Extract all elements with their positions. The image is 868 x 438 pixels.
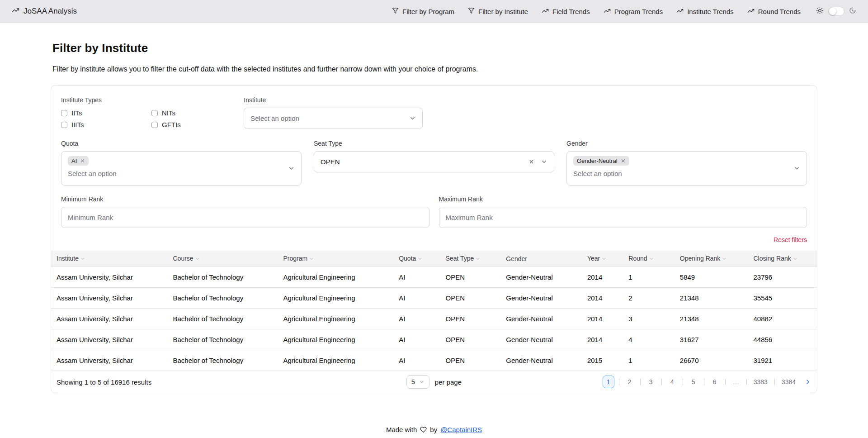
cell-year: 2014 bbox=[582, 309, 623, 329]
gender-multiselect[interactable]: Gender-Neutral Select an option bbox=[566, 151, 807, 186]
maximum-rank-input[interactable] bbox=[439, 207, 807, 228]
column-header-gender[interactable]: Gender bbox=[500, 251, 582, 267]
institute-group: Institute Select an option bbox=[244, 96, 423, 129]
nav-item-filter-by-program[interactable]: Filter by Program bbox=[392, 7, 454, 15]
heart-icon bbox=[420, 426, 427, 433]
seat-type-label: Seat Type bbox=[314, 140, 554, 147]
checkbox-box[interactable] bbox=[61, 122, 67, 128]
trend-icon bbox=[604, 7, 611, 16]
filter-icon bbox=[392, 7, 399, 15]
nav-item-field-trends[interactable]: Field Trends bbox=[542, 7, 590, 16]
seat-type-select[interactable]: OPEN bbox=[314, 151, 554, 172]
page-separator bbox=[704, 379, 704, 385]
page-button-1[interactable]: 1 bbox=[603, 376, 614, 388]
cell-opening-rank: 31627 bbox=[675, 329, 748, 350]
remove-tag-icon[interactable] bbox=[80, 158, 85, 163]
page-button-6[interactable]: 6 bbox=[709, 376, 721, 388]
chevron-down-icon bbox=[419, 379, 425, 385]
remove-tag-icon[interactable] bbox=[621, 158, 626, 163]
cell-opening-rank: 5849 bbox=[675, 267, 748, 288]
nav-item-filter-by-institute[interactable]: Filter by Institute bbox=[468, 7, 528, 15]
brand[interactable]: JoSAA Analysis bbox=[12, 6, 77, 16]
cell-institute: Assam University, Silchar bbox=[51, 309, 167, 329]
column-header-seat-type[interactable]: Seat Type bbox=[440, 251, 501, 267]
checkbox-iiits[interactable]: IIITs bbox=[61, 121, 151, 129]
brand-title: JoSAA Analysis bbox=[24, 7, 77, 16]
cell-course: Bachelor of Technology bbox=[167, 329, 278, 350]
page-ellipsis: … bbox=[730, 376, 742, 388]
cell-year: 2015 bbox=[582, 350, 623, 371]
page-description: Filter by institute allows you to filter… bbox=[52, 65, 817, 73]
checkbox-box[interactable] bbox=[151, 122, 158, 128]
cell-course: Bachelor of Technology bbox=[167, 267, 278, 288]
minimum-rank-label: Minimum Rank bbox=[61, 195, 429, 203]
cell-round: 1 bbox=[623, 267, 674, 288]
column-header-closing-rank[interactable]: Closing Rank bbox=[748, 251, 817, 267]
cell-opening-rank: 21348 bbox=[675, 288, 748, 309]
per-page-select[interactable]: 5 bbox=[406, 375, 429, 389]
cell-course: Bachelor of Technology bbox=[167, 288, 278, 309]
nav-item-program-trends[interactable]: Program Trends bbox=[604, 7, 663, 16]
filter-icon bbox=[468, 7, 475, 15]
clear-icon[interactable] bbox=[528, 159, 534, 165]
cell-year: 2014 bbox=[582, 288, 623, 309]
sort-icon bbox=[601, 256, 607, 263]
column-header-round[interactable]: Round bbox=[623, 251, 674, 267]
cell-seat-type: OPEN bbox=[440, 350, 501, 371]
checkbox-iits[interactable]: IITs bbox=[61, 109, 151, 117]
page-separator bbox=[725, 379, 726, 385]
next-page-button[interactable] bbox=[804, 378, 811, 386]
cell-gender: Gender-Neutral bbox=[500, 288, 582, 309]
minimum-rank-input[interactable] bbox=[61, 207, 429, 228]
page-button-2[interactable]: 2 bbox=[624, 376, 636, 388]
column-header-opening-rank[interactable]: Opening Rank bbox=[675, 251, 748, 267]
checkbox-nits[interactable]: NITs bbox=[151, 109, 242, 117]
table-row: Assam University, Silchar Bachelor of Te… bbox=[51, 350, 817, 371]
cell-course: Bachelor of Technology bbox=[167, 350, 278, 371]
column-header-program[interactable]: Program bbox=[278, 251, 393, 267]
quota-group: Quota AI Select an option bbox=[61, 140, 302, 186]
cell-program: Agricultural Engineering bbox=[278, 329, 393, 350]
author-link[interactable]: @CaptainIRS bbox=[440, 426, 482, 433]
column-header-quota[interactable]: Quota bbox=[393, 251, 440, 267]
column-header-course[interactable]: Course bbox=[167, 251, 278, 267]
cell-institute: Assam University, Silchar bbox=[51, 267, 167, 288]
page-button-4[interactable]: 4 bbox=[666, 376, 678, 388]
checkbox-box[interactable] bbox=[151, 110, 158, 116]
quota-multiselect[interactable]: AI Select an option bbox=[61, 151, 302, 186]
cell-quota: AI bbox=[393, 267, 440, 288]
page-separator bbox=[619, 379, 619, 385]
checkbox-gftis[interactable]: GFTIs bbox=[151, 121, 242, 129]
reset-filters-link[interactable]: Reset filters bbox=[774, 236, 807, 243]
cell-program: Agricultural Engineering bbox=[278, 350, 393, 371]
page-separator bbox=[661, 379, 662, 385]
sort-icon bbox=[793, 256, 798, 263]
column-header-institute[interactable]: Institute bbox=[51, 251, 167, 267]
cell-course: Bachelor of Technology bbox=[167, 309, 278, 329]
page-button-3384[interactable]: 3384 bbox=[779, 376, 798, 388]
nav-item-institute-trends[interactable]: Institute Trends bbox=[676, 7, 734, 16]
site-footer: Made with by @CaptainIRS bbox=[0, 426, 868, 433]
nav-item-round-trends[interactable]: Round Trends bbox=[747, 7, 801, 16]
trend-icon bbox=[12, 6, 19, 16]
cell-closing-rank: 35545 bbox=[748, 288, 817, 309]
chevron-down-icon bbox=[409, 115, 416, 122]
table-body: Assam University, Silchar Bachelor of Te… bbox=[51, 267, 817, 371]
theme-toggle[interactable] bbox=[828, 7, 844, 16]
page-button-3[interactable]: 3 bbox=[645, 376, 657, 388]
page-button-5[interactable]: 5 bbox=[688, 376, 699, 388]
column-header-year[interactable]: Year bbox=[582, 251, 623, 267]
cell-seat-type: OPEN bbox=[440, 267, 501, 288]
gender-tag: Gender-Neutral bbox=[573, 156, 629, 166]
table-footer: Showing 1 to 5 of 16916 results 5 per pa… bbox=[51, 371, 817, 393]
institute-select[interactable]: Select an option bbox=[244, 108, 423, 129]
cell-closing-rank: 31921 bbox=[748, 350, 817, 371]
filters-panel: Institute Types IITs NITs IIITs bbox=[51, 86, 817, 251]
cell-quota: AI bbox=[393, 288, 440, 309]
cell-round: 1 bbox=[623, 350, 674, 371]
cell-quota: AI bbox=[393, 350, 440, 371]
page-button-3383[interactable]: 3383 bbox=[751, 376, 770, 388]
cell-year: 2014 bbox=[582, 267, 623, 288]
checkbox-box[interactable] bbox=[61, 110, 67, 116]
table-header-row: Institute Course Program Quota Seat Type… bbox=[51, 251, 817, 267]
